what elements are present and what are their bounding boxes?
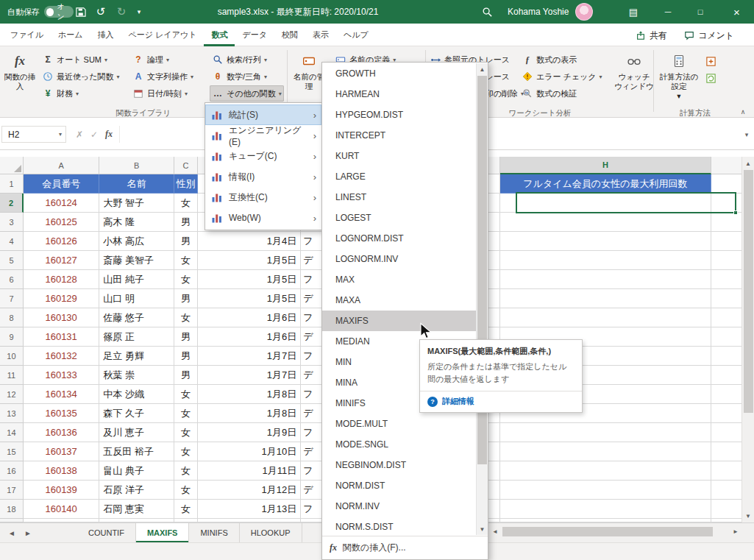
show-formulas-button[interactable]: ƒ 数式の表示 <box>519 52 579 68</box>
cell-name[interactable]: 石岡 恵実 <box>99 500 174 519</box>
expand-formula-bar-icon[interactable]: ▾ <box>740 126 753 143</box>
cell-h[interactable] <box>500 270 711 289</box>
cell-member-id[interactable]: 160137 <box>24 442 99 461</box>
redo-icon[interactable]: ↻ <box>112 0 131 24</box>
cell-member-id[interactable]: 160129 <box>24 289 99 308</box>
cell-h[interactable] <box>500 423 711 442</box>
search-icon[interactable] <box>477 0 497 24</box>
ribbon-tab[interactable]: ファイル <box>3 24 51 46</box>
row-header[interactable]: 18 <box>0 500 24 519</box>
cancel-icon[interactable]: ✗ <box>72 126 87 143</box>
lookup-button[interactable]: 検索/行列▾ <box>210 52 269 68</box>
cell-date[interactable]: 1月4日 <box>198 232 301 251</box>
menu-category-item[interactable]: キューブ(C) › <box>205 146 321 166</box>
cell-gender[interactable]: 男 <box>174 213 198 232</box>
math-trig-button[interactable]: θ 数学/三角▾ <box>210 68 269 85</box>
cell-gender[interactable]: 女 <box>174 308 198 327</box>
cell-date[interactable]: 1月7日 <box>198 347 301 366</box>
cell-h[interactable] <box>500 481 711 500</box>
collapse-ribbon-icon[interactable]: ∧ <box>736 108 750 116</box>
function-menu-item[interactable]: NORM.INV <box>322 496 476 517</box>
save-icon[interactable] <box>71 0 90 24</box>
column-header-h[interactable]: H <box>500 157 711 174</box>
function-menu-item[interactable]: LINEST <box>322 187 476 208</box>
cell-gender[interactable]: 男 <box>174 232 198 251</box>
calculate-sheet-icon[interactable] <box>703 70 719 86</box>
function-menu-item[interactable]: KURT <box>322 146 476 166</box>
cell-member-id[interactable]: 160133 <box>24 366 99 385</box>
row-header[interactable]: 5 <box>0 251 24 270</box>
cell-gender[interactable]: 女 <box>174 194 198 213</box>
function-menu-item[interactable]: LARGE <box>322 166 476 187</box>
cell-name[interactable]: 篠原 正 <box>99 327 174 347</box>
cell-name[interactable]: 斎藤 美智子 <box>99 251 174 270</box>
scroll-down-icon[interactable]: ▼ <box>742 510 754 522</box>
cell-gender[interactable]: 女 <box>174 385 198 404</box>
insert-function-menu-item[interactable]: fx 関数の挿入(F)... <box>322 536 488 559</box>
calculation-options-button[interactable]: 計算方法の設定 ▾ <box>658 49 700 113</box>
menu-category-item[interactable]: 統計(S) › <box>205 104 321 125</box>
cell-member-id[interactable]: 160138 <box>24 461 99 481</box>
cell-name[interactable]: 石原 洋子 <box>99 481 174 500</box>
cell-gender[interactable]: 女 <box>174 251 198 270</box>
row-header[interactable]: 2 <box>0 194 24 213</box>
cell-member-id[interactable]: 160130 <box>24 308 99 327</box>
scroll-left-icon[interactable]: ◄ <box>489 526 501 537</box>
cell-gender[interactable]: 男 <box>174 327 198 347</box>
error-checking-button[interactable]: エラー チェック▾ <box>519 68 605 85</box>
function-menu-item[interactable]: LOGNORM.INV <box>322 249 476 269</box>
select-all-button[interactable] <box>0 157 24 174</box>
cell-date[interactable]: 1月9日 <box>198 423 301 442</box>
cell-member-id[interactable]: 160136 <box>24 423 99 442</box>
sheet-tab[interactable]: MAXIFS <box>136 523 190 542</box>
row-header[interactable]: 10 <box>0 347 24 366</box>
cell-name[interactable]: 五反田 裕子 <box>99 442 174 461</box>
sheet-nav-right-icon[interactable]: ► <box>21 523 35 543</box>
horizontal-scroll-thumb[interactable] <box>502 527 713 536</box>
ribbon-tab[interactable]: 校閲 <box>274 24 305 46</box>
cell-name[interactable]: 秋葉 崇 <box>99 366 174 385</box>
function-menu-item[interactable]: MAX <box>322 269 476 290</box>
cell-h[interactable] <box>500 500 711 519</box>
cell-gender[interactable]: 男 <box>174 347 198 366</box>
cell-member-id[interactable]: 160124 <box>24 194 99 213</box>
function-menu-item[interactable]: LOGNORM.DIST <box>322 228 476 249</box>
autosave-toggle[interactable]: 自動保存 オン <box>7 0 74 24</box>
scroll-up-icon[interactable]: ▲ <box>742 157 754 169</box>
column-header-b[interactable]: B <box>99 157 174 174</box>
header-summary[interactable]: フルタイム会員の女性の最大利用回数 <box>500 174 711 194</box>
recent-functions-button[interactable]: 最近使った関数▾ <box>40 68 122 85</box>
text-functions-button[interactable]: A 文字列操作▾ <box>130 68 196 85</box>
cell-date[interactable]: 1月13日 <box>198 500 301 519</box>
cell-gender[interactable]: 男 <box>174 289 198 308</box>
sheet-tab[interactable]: MINIFS <box>189 523 239 542</box>
cell-gender[interactable]: 女 <box>174 442 198 461</box>
cell-name[interactable]: 佐藤 悠子 <box>99 308 174 327</box>
header-gender[interactable]: 性別 <box>174 174 198 194</box>
cell-h[interactable] <box>500 442 711 461</box>
ribbon-tab[interactable]: 表示 <box>305 24 336 46</box>
cell-date[interactable]: 1月11日 <box>198 461 301 481</box>
function-menu-item[interactable]: NORM.S.DIST <box>322 517 476 535</box>
cell-member-id[interactable]: 160126 <box>24 232 99 251</box>
cell-name[interactable]: 高木 隆 <box>99 213 174 232</box>
scroll-down-icon[interactable]: ▼ <box>477 523 488 535</box>
menu-category-item[interactable]: エンジニアリング(E) › <box>205 125 321 146</box>
sheet-tab[interactable]: COUNTIF <box>77 523 136 542</box>
ribbon-tab[interactable]: 挿入 <box>90 24 121 46</box>
cell-name[interactable]: 中本 沙織 <box>99 385 174 404</box>
cell-member-id[interactable]: 160131 <box>24 327 99 347</box>
function-menu-item[interactable]: NEGBINOM.DIST <box>322 455 476 475</box>
cell-date[interactable]: 1月8日 <box>198 404 301 423</box>
function-menu-item[interactable]: NORM.DIST <box>322 475 476 496</box>
row-header[interactable]: 14 <box>0 423 24 442</box>
column-header-a[interactable]: A <box>24 157 99 174</box>
row-header[interactable]: 8 <box>0 308 24 327</box>
cell-date[interactable]: 1月6日 <box>198 327 301 347</box>
vertical-scroll-thumb[interactable] <box>744 170 753 413</box>
sheet-tab[interactable]: HLOOKUP <box>240 523 302 542</box>
share-button[interactable]: 共有 <box>630 26 673 44</box>
cell-gender[interactable]: 女 <box>174 500 198 519</box>
cell-gender[interactable]: 女 <box>174 481 198 500</box>
function-menu-item[interactable]: HARMEAN <box>322 84 476 104</box>
